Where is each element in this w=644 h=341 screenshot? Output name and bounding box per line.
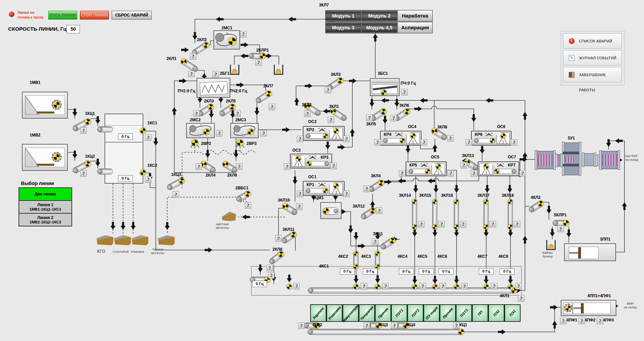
optical-station-os2[interactable]: КР2 [303, 126, 345, 141]
help-button[interactable]: ? [234, 111, 241, 117]
help-button[interactable]: ? [419, 283, 426, 289]
help-button[interactable]: ? [216, 130, 223, 136]
help-button[interactable]: ? [461, 283, 468, 289]
help-button[interactable]: ? [304, 111, 311, 117]
vertical-conveyor[interactable] [412, 199, 417, 229]
ballistic-separator-3bs1[interactable] [370, 78, 400, 96]
help-button[interactable]: ? [145, 134, 151, 141]
help-button[interactable]: ? [399, 170, 405, 177]
conveyor-5klr1[interactable] [553, 220, 568, 226]
help-button[interactable]: ? [447, 135, 453, 142]
help-button[interactable]: ? [284, 163, 290, 170]
help-button[interactable]: ? [275, 235, 282, 242]
optical-station-os1[interactable]: КР1 [303, 181, 345, 196]
optical-station-os6[interactable]: КР6 [471, 131, 511, 146]
help-button[interactable]: ? [372, 239, 378, 245]
optical-station-os4[interactable]: КР4 [380, 131, 421, 146]
help-button[interactable]: ? [255, 59, 262, 66]
help-button[interactable]: ? [330, 163, 337, 169]
optical-station-os7[interactable]: КР7 [478, 161, 519, 176]
help-button[interactable]: ? [440, 283, 446, 289]
help-button[interactable]: ? [453, 322, 460, 329]
help-button[interactable]: ? [212, 71, 219, 78]
help-button[interactable]: ? [461, 162, 467, 168]
line-stop-button[interactable]: СТОП ЛИНИИ [80, 11, 109, 20]
aspiration-button[interactable]: Аспирация [398, 22, 433, 33]
screen-2bg1[interactable] [197, 78, 230, 98]
shutdown-button[interactable]: ЗАВЕРШЕНИЕ РАБОТЫ [563, 67, 622, 82]
module1-button[interactable]: Модуль 1 [325, 10, 361, 22]
help-button[interactable]: ? [297, 136, 303, 142]
help-button[interactable]: ? [363, 322, 370, 329]
help-button[interactable]: ? [518, 295, 524, 302]
vertical-conveyor[interactable] [432, 199, 437, 229]
help-button[interactable]: ? [80, 127, 87, 134]
press-5pp1[interactable] [564, 243, 616, 261]
vertical-conveyor[interactable] [375, 251, 380, 269]
help-button[interactable]: ? [196, 163, 202, 170]
help-button[interactable]: ? [597, 318, 603, 324]
help-button[interactable]: ? [466, 139, 472, 146]
help-button[interactable]: ? [438, 221, 445, 227]
help-button[interactable]: ? [80, 170, 87, 177]
help-button[interactable]: ? [421, 139, 427, 146]
conveyor-4kc1[interactable] [308, 329, 464, 335]
vertical-conveyor[interactable] [353, 251, 358, 269]
alarm-list-button[interactable]: СПИСОК АВАРИЙ [563, 33, 622, 49]
help-button[interactable]: ? [557, 226, 564, 232]
vertical-conveyor[interactable] [508, 199, 513, 229]
help-button[interactable]: ? [266, 265, 273, 271]
help-button[interactable]: ? [390, 115, 397, 121]
optical-station-os3[interactable]: КР3 [290, 154, 332, 168]
help-button[interactable]: ? [236, 163, 242, 170]
optical-station-os5[interactable]: КР5 [406, 161, 447, 176]
help-button[interactable]: ? [366, 115, 373, 121]
help-button[interactable]: ? [188, 71, 195, 77]
help-button[interactable]: ? [418, 221, 425, 227]
help-button[interactable]: ? [260, 130, 267, 136]
help-button[interactable]: ? [361, 283, 367, 289]
infeed-1ks2[interactable] [97, 168, 113, 175]
help-button[interactable]: ? [298, 322, 304, 329]
module45-button[interactable]: Модуль 4,5 [361, 22, 397, 33]
help-button[interactable]: ? [343, 191, 350, 197]
conveyor-2klr1[interactable] [249, 53, 265, 59]
help-button[interactable]: ? [376, 208, 382, 214]
help-button[interactable]: ? [269, 104, 275, 110]
help-button[interactable]: ? [343, 136, 350, 142]
feeder-1mv1[interactable] [22, 92, 68, 119]
help-button[interactable]: ? [490, 221, 496, 227]
runtime-button[interactable]: Наработка [398, 10, 433, 22]
help-button[interactable]: ? [328, 117, 334, 123]
help-button[interactable]: ? [245, 202, 251, 209]
line-start-button[interactable]: ПУСК ЛИНИИ [48, 11, 77, 20]
help-button[interactable]: ? [240, 31, 246, 37]
help-button[interactable]: ? [401, 89, 408, 95]
help-button[interactable]: ? [471, 170, 477, 177]
help-button[interactable]: ? [491, 283, 497, 289]
help-button[interactable]: ? [173, 191, 179, 198]
help-button[interactable]: ? [193, 111, 200, 117]
help-button[interactable]: ? [519, 170, 526, 177]
help-button[interactable]: ? [363, 186, 370, 192]
help-button[interactable]: ? [391, 322, 398, 329]
event-log-button[interactable]: ЖУРНАЛ СОБЫТИЙ [563, 50, 622, 65]
vertical-conveyor[interactable] [484, 199, 489, 229]
help-button[interactable]: ? [447, 170, 454, 177]
help-button[interactable]: ? [560, 318, 566, 324]
help-button[interactable]: ? [460, 221, 466, 227]
magnet-separator-2ms1[interactable] [213, 30, 240, 50]
help-button[interactable]: ? [293, 283, 300, 289]
press-4pp1[interactable] [561, 300, 616, 316]
help-button[interactable]: ? [145, 176, 151, 183]
help-button[interactable]: ? [374, 139, 381, 146]
help-button[interactable]: ? [515, 283, 522, 289]
infeed-1ks1[interactable] [97, 126, 113, 132]
eddy-separator-2cm1[interactable] [320, 202, 342, 219]
help-button[interactable]: ? [268, 272, 274, 279]
help-button[interactable]: ? [297, 191, 303, 197]
help-button[interactable]: ? [296, 204, 302, 210]
alarm-reset-button[interactable]: СБРОС АВАРИЙ [112, 11, 152, 20]
help-button[interactable]: ? [382, 283, 389, 289]
module3-button[interactable]: Модуль 3 [325, 22, 361, 33]
